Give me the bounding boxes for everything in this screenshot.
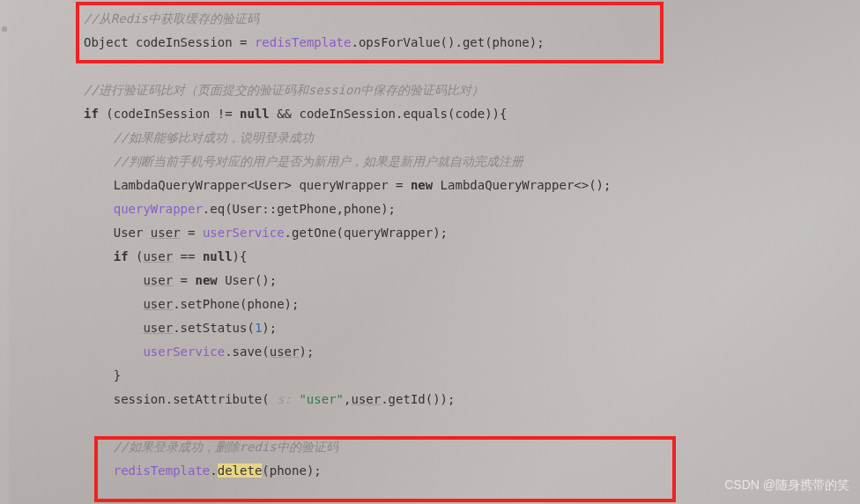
code-line: user.setStatus(1); bbox=[84, 316, 860, 340]
code-line: User user = userService.getOne(queryWrap… bbox=[84, 221, 860, 245]
code-line: //判断当前手机号对应的用户是否为新用户，如果是新用户就自动完成注册 bbox=[84, 150, 860, 174]
code-text: . bbox=[210, 463, 217, 478]
field-ref: queryWrapper bbox=[84, 202, 203, 216]
comment-text: //进行验证码比对（页面提交的验证码和session中保存的验证码比对） bbox=[84, 83, 484, 97]
method-highlight: delete bbox=[218, 463, 263, 478]
variable: user bbox=[351, 392, 381, 406]
watermark-text: CSDN @随身携带的笑 bbox=[724, 473, 849, 497]
code-text: = bbox=[173, 273, 195, 287]
code-text: && codeInSession.equals(code)){ bbox=[270, 107, 508, 121]
field-ref: redisTemplate bbox=[84, 463, 210, 478]
keyword: null bbox=[240, 107, 270, 121]
code-text: LambdaQueryWrapper<User> queryWrapper = bbox=[84, 178, 411, 192]
keyword: new bbox=[411, 178, 433, 192]
field-ref: userService bbox=[203, 226, 285, 240]
code-line: user.setPhone(phone); bbox=[84, 293, 860, 316]
code-text bbox=[84, 321, 143, 335]
comment-text: //如果登录成功，删除redis中的验证码 bbox=[84, 440, 338, 454]
variable: user bbox=[143, 321, 173, 335]
code-text bbox=[84, 297, 143, 311]
comment-text: //如果能够比对成功，说明登录成功 bbox=[84, 130, 314, 145]
variable: user bbox=[151, 226, 181, 240]
code-text: Object codeInSession = bbox=[84, 35, 255, 49]
variable: user bbox=[270, 345, 300, 359]
code-line bbox=[84, 411, 860, 435]
variable: user bbox=[143, 297, 173, 311]
code-line: //从Redis中获取缓存的验证码 bbox=[84, 7, 860, 31]
keyword: if bbox=[84, 107, 99, 121]
comment-text: //从Redis中获取缓存的验证码 bbox=[84, 11, 259, 26]
code-line bbox=[84, 55, 860, 78]
keyword: if bbox=[84, 249, 129, 263]
code-line: if (codeInSession != null && codeInSessi… bbox=[84, 102, 860, 126]
code-text: (codeInSession != bbox=[99, 107, 240, 121]
code-text: .getOne(queryWrapper); bbox=[285, 226, 448, 240]
field-ref: userService bbox=[84, 345, 225, 359]
code-text: ( bbox=[129, 249, 144, 263]
code-line: user = new User(); bbox=[84, 269, 860, 293]
field-ref: redisTemplate bbox=[255, 35, 352, 49]
code-text: } bbox=[84, 368, 121, 382]
code-text: ){ bbox=[233, 249, 248, 263]
code-text: .getId()); bbox=[381, 392, 455, 406]
code-line: userService.save(user); bbox=[84, 340, 860, 364]
code-text: .setPhone(phone); bbox=[173, 297, 299, 311]
code-line: queryWrapper.eq(User::getPhone,phone); bbox=[84, 197, 860, 221]
code-text: .save( bbox=[225, 345, 270, 359]
code-editor[interactable]: //从Redis中获取缓存的验证码 Object codeInSession =… bbox=[0, 0, 860, 483]
code-line: //如果登录成功，删除redis中的验证码 bbox=[84, 435, 860, 459]
code-text: .setStatus( bbox=[173, 321, 255, 335]
code-text: .opsForValue().get(phone); bbox=[351, 35, 544, 49]
code-line: //进行验证码比对（页面提交的验证码和session中保存的验证码比对） bbox=[84, 78, 860, 102]
code-line: session.setAttribute( s: "user",user.get… bbox=[84, 388, 860, 411]
code-text: == bbox=[173, 249, 203, 263]
comment-text: //判断当前手机号对应的用户是否为新用户，如果是新用户就自动完成注册 bbox=[84, 154, 523, 168]
code-line: } bbox=[84, 364, 860, 388]
variable: user bbox=[143, 273, 173, 287]
code-text: LambdaQueryWrapper<>(); bbox=[433, 178, 611, 192]
param-hint: s: bbox=[270, 392, 300, 406]
code-text: .eq(User::getPhone,phone); bbox=[203, 202, 396, 216]
code-line: LambdaQueryWrapper<User> queryWrapper = … bbox=[84, 174, 860, 197]
code-text: User(); bbox=[218, 273, 277, 287]
code-text: ); bbox=[262, 321, 277, 335]
code-line: if (user == null){ bbox=[84, 245, 860, 269]
keyword: null bbox=[203, 249, 233, 263]
string-literal: "user" bbox=[299, 392, 344, 406]
code-line: //如果能够比对成功，说明登录成功 bbox=[84, 126, 860, 150]
keyword: new bbox=[195, 273, 217, 287]
code-text: = bbox=[181, 226, 203, 240]
code-text bbox=[84, 273, 143, 287]
code-text: session.setAttribute( bbox=[84, 392, 270, 406]
variable: user bbox=[143, 249, 173, 263]
code-text: (phone); bbox=[262, 463, 321, 478]
code-text: User bbox=[84, 226, 151, 240]
code-line: Object codeInSession = redisTemplate.ops… bbox=[84, 31, 860, 55]
code-text: ); bbox=[299, 345, 314, 359]
